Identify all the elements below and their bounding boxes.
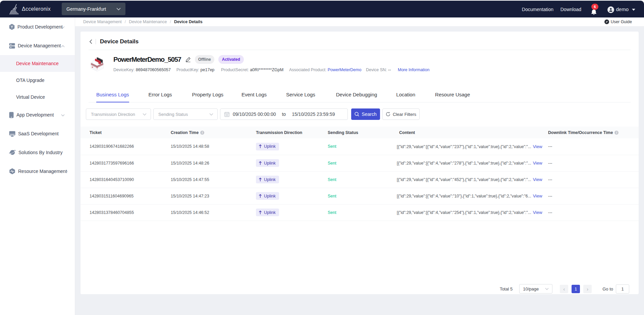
svg-text:M: M (92, 66, 93, 68)
